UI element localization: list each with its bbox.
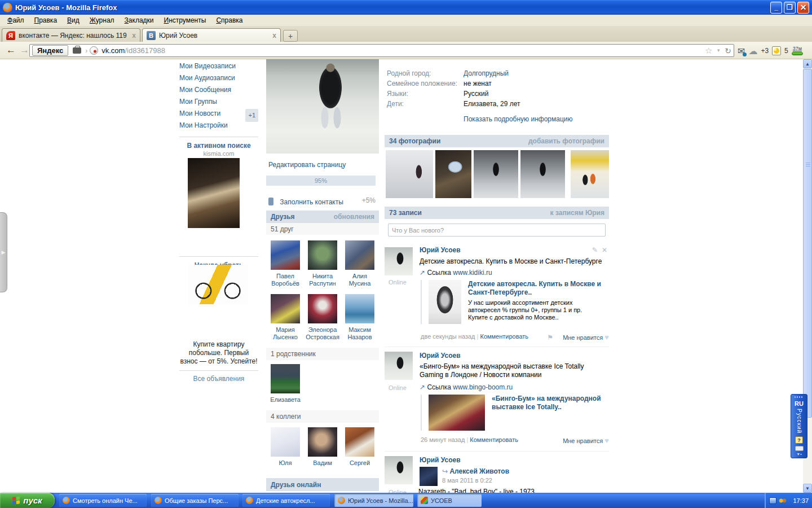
menu-bookmarks[interactable]: Закладки <box>120 15 159 25</box>
bookmark-star-icon[interactable]: ☆ <box>705 46 712 56</box>
post-author-link[interactable]: Юрий Усоев <box>420 246 461 254</box>
menu-file[interactable]: Файл <box>2 15 29 25</box>
sidebar-item-messages[interactable]: Мои Сообщения <box>179 84 258 96</box>
friend-name[interactable]: Павел Воробьёв <box>267 273 303 287</box>
mail-icon[interactable]: ✉ <box>738 46 745 56</box>
all-ads-link[interactable]: Все объявления <box>179 375 258 383</box>
sidebar-item-groups[interactable]: Мои Группы <box>179 96 258 108</box>
photo-thumbnail[interactable] <box>520 150 565 198</box>
history-clock-icon[interactable] <box>772 46 781 55</box>
show-details-link[interactable]: Показать подробную информацию <box>464 115 573 123</box>
profile-completeness-bar[interactable]: 95% <box>266 176 376 186</box>
attached-link-url[interactable]: www.kidiki.ru <box>453 269 492 277</box>
attached-link-url[interactable]: www.bingo-boom.ru <box>453 383 513 391</box>
photo-thumbnail[interactable] <box>386 150 433 198</box>
forward-button[interactable]: → <box>20 44 29 56</box>
taskbar-task-3[interactable]: Детские автокресл... <box>242 494 330 507</box>
photo-thumbnail[interactable] <box>474 150 518 198</box>
traffic-indicator[interactable]: 37м <box>792 46 803 55</box>
menu-history[interactable]: Журнал <box>85 15 120 25</box>
relative-photo[interactable] <box>271 364 300 393</box>
minimize-button[interactable]: _ <box>770 2 782 14</box>
colleague-name[interactable]: Сергей <box>342 459 378 467</box>
friend-name[interactable]: Элеонора Островская <box>304 326 341 341</box>
friends-online-title[interactable]: Друзья онлайн <box>271 481 321 489</box>
network-tray-icon[interactable] <box>769 497 776 504</box>
friend-photo[interactable] <box>271 240 300 270</box>
friend-name[interactable]: Никита Распутин <box>304 273 341 287</box>
start-button[interactable]: пуск <box>0 493 55 508</box>
heart-icon[interactable]: ♥ <box>604 333 609 341</box>
menu-view[interactable]: Вид <box>62 15 85 25</box>
language-bar[interactable]: RU Русский ? ▼▪ <box>791 394 807 458</box>
photo-thumbnail[interactable] <box>571 150 609 198</box>
heart-icon[interactable]: ♥ <box>604 436 609 445</box>
repost-author-link[interactable]: Алексей Животов <box>449 467 509 475</box>
delete-post-icon[interactable]: ✕ <box>602 246 607 254</box>
site-identity-icon[interactable] <box>73 47 81 54</box>
relative-name[interactable]: Елизавета <box>267 396 303 404</box>
taskbar-task-2[interactable]: Общие заказы Перс... <box>151 494 239 507</box>
langbar-minimize-icon[interactable]: ▼▪ <box>796 452 801 456</box>
like-link[interactable]: Мне нравится <box>563 334 603 341</box>
attachment-image[interactable] <box>429 395 485 431</box>
colleague-photo[interactable] <box>271 427 300 457</box>
friend-photo[interactable] <box>345 294 374 323</box>
colleague-photo[interactable] <box>308 427 337 457</box>
messenger-tray-icon[interactable] <box>779 497 787 504</box>
language-code[interactable]: RU <box>795 400 804 407</box>
sidebar-item-videos[interactable]: Мои Видеозаписи <box>179 60 258 72</box>
menu-tools[interactable]: Инструменты <box>159 15 211 25</box>
post-avatar[interactable] <box>385 456 413 484</box>
like-link[interactable]: Мне нравится <box>563 437 603 444</box>
comment-link[interactable]: Комментировать <box>470 436 518 443</box>
menu-edit[interactable]: Правка <box>29 15 63 25</box>
to-posts-link[interactable]: к записям Юрия <box>550 209 604 217</box>
sidebar-item-audios[interactable]: Мои Аудиозаписи <box>179 72 258 84</box>
attachment-title[interactable]: Детские автокресла. Купить в Москве и Са… <box>468 280 601 296</box>
repost-thumbnail[interactable] <box>420 467 438 486</box>
colleague-name[interactable]: Вадим <box>304 459 341 467</box>
close-button[interactable]: ✕ <box>797 2 809 14</box>
post-author-link[interactable]: Юрий Усоев <box>420 456 461 464</box>
friend-photo[interactable] <box>308 294 337 323</box>
colleague-name[interactable]: Юля <box>267 459 303 467</box>
ad2-image[interactable] <box>188 265 248 304</box>
post-author-link[interactable]: Юрий Усоев <box>420 352 461 360</box>
friend-name[interactable]: Максим Назаров <box>342 326 378 341</box>
langbar-grip[interactable] <box>795 396 804 398</box>
friends-updates-link[interactable]: обновления <box>334 213 374 221</box>
sidebar-expand-handle[interactable]: ▶ <box>0 212 7 292</box>
edit-page-link[interactable]: Редактировать страницу <box>268 161 346 169</box>
sidebar-item-settings[interactable]: Мои Настройки <box>179 120 258 132</box>
keyboard-icon[interactable] <box>795 446 804 451</box>
add-photos-link[interactable]: добавить фотографии <box>528 137 604 145</box>
edit-post-icon[interactable]: ✎ <box>592 246 598 254</box>
friend-name[interactable]: Алия Мусина <box>342 273 378 287</box>
dropdown-arrow-icon[interactable]: ▼ <box>716 48 721 53</box>
colleague-photo[interactable] <box>345 427 374 457</box>
new-tab-button[interactable]: + <box>283 30 298 42</box>
tab-close-icon[interactable]: x <box>132 32 136 40</box>
taskbar-task-usoev[interactable]: УСОЕВ <box>417 494 482 507</box>
post-avatar[interactable] <box>385 247 413 275</box>
new-post-input[interactable] <box>388 224 606 237</box>
profile-photo[interactable] <box>266 59 379 154</box>
tab-close-icon[interactable]: x <box>272 32 276 40</box>
friend-name[interactable]: Мария Лысенко <box>267 326 303 341</box>
photo-thumbnail[interactable] <box>435 150 471 198</box>
menu-help[interactable]: Справка <box>211 15 248 25</box>
photos-count[interactable]: 34 фотографии <box>389 137 440 145</box>
friend-photo[interactable] <box>308 240 337 270</box>
taskbar-clock[interactable]: 17:37 <box>793 497 809 504</box>
taskbar-task-active[interactable]: Юрий Усоев - Mozilla... <box>334 494 413 507</box>
scroll-up-button[interactable]: ▲ <box>803 59 812 68</box>
scrollbar-thumb[interactable] <box>803 69 812 418</box>
friends-header-title[interactable]: Друзья <box>271 213 295 221</box>
maximize-button[interactable]: ❐ <box>784 2 796 14</box>
attachment-title[interactable]: «Бинго-Бум» на международной выставке Ic… <box>492 395 601 411</box>
share-icon[interactable]: ⚑ <box>547 334 553 341</box>
help-icon[interactable]: ? <box>795 436 803 444</box>
cloud-icon[interactable]: ☁ <box>748 46 757 56</box>
friend-photo[interactable] <box>345 240 374 270</box>
